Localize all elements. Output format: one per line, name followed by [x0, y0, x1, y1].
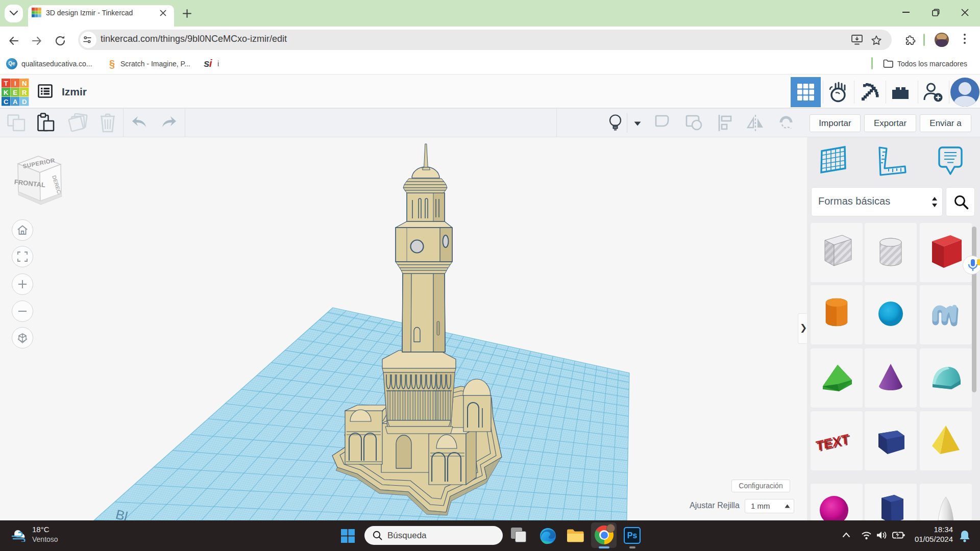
svg-text:I: I — [14, 80, 16, 87]
svg-text:TEXT: TEXT — [817, 432, 851, 455]
svg-text:R: R — [22, 89, 27, 96]
svg-text:D: D — [22, 98, 27, 106]
svg-text:A: A — [13, 98, 18, 106]
svg-text:T: T — [4, 80, 8, 87]
svg-text:C: C — [4, 98, 9, 106]
svg-text:E: E — [13, 89, 17, 96]
svg-text:K: K — [4, 89, 9, 96]
svg-text:N: N — [22, 80, 27, 87]
